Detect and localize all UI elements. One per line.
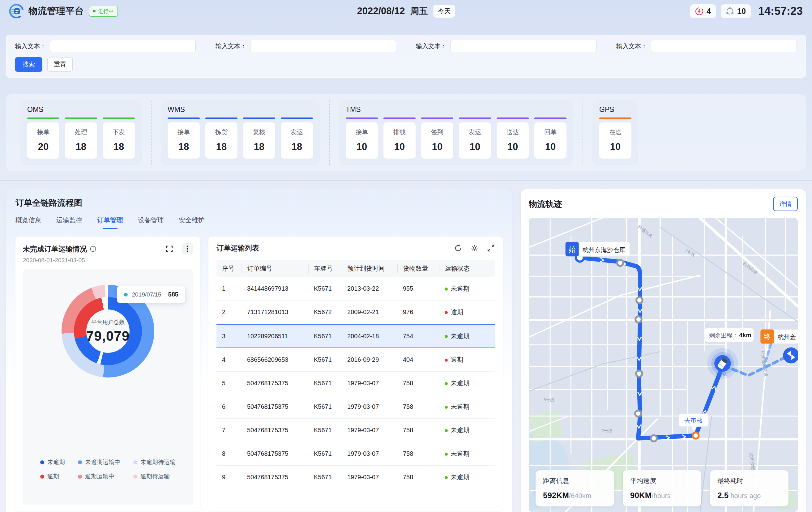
stat-label: 处理 (66, 128, 96, 137)
chart-legend: 未逾期未逾期运输中未逾期待运输逾期逾期运输中逾期待运输 (23, 458, 193, 480)
stat-box: 接单20 (27, 122, 59, 159)
search-button[interactable]: 搜索 (15, 57, 42, 72)
stat-box: 发运10 (459, 122, 491, 159)
table-row[interactable]: 7504768175375K56711979-03-07758未逾期 (216, 419, 495, 442)
sync-counter[interactable]: 10 (721, 4, 751, 18)
search-input[interactable] (50, 40, 196, 52)
more-options-button[interactable] (182, 243, 193, 254)
stat-accent-bar (103, 118, 135, 119)
map-stat-label: 平均速度 (630, 477, 694, 485)
reset-button[interactable]: 重置 (47, 57, 72, 72)
table-row[interactable]: 9504768175375K56711979-03-07758未逾期 (216, 465, 495, 489)
stat-card: 送达10 (497, 118, 529, 159)
settings-button[interactable] (471, 244, 478, 252)
status-dot-icon (445, 476, 448, 479)
legend-item-未逾期[interactable]: 未逾期 (40, 458, 65, 466)
detail-button[interactable]: 详情 (773, 197, 798, 211)
table-cell: 1979-03-07 (342, 474, 397, 481)
stat-box: 发运18 (281, 122, 313, 159)
chart-tooltip: 2019/07/15 585 (117, 286, 185, 303)
truck-marker[interactable] (707, 348, 738, 379)
legend-item-未逾期运输中[interactable]: 未逾期运输中 (78, 458, 120, 466)
stat-value: 18 (244, 141, 274, 152)
stat-accent-bar (383, 118, 415, 119)
review-marker[interactable] (693, 432, 699, 439)
table-row[interactable]: 3102289206511K56712004-02-18754未逾期 (216, 324, 495, 348)
waypoint-marker[interactable] (635, 316, 642, 323)
expand-button[interactable] (487, 244, 495, 252)
tab-概览信息[interactable]: 概览信息 (16, 216, 41, 229)
table-cell: 504768175375 (241, 474, 308, 481)
unfinished-orders-card: 未完成订单运输情况 (16, 237, 200, 511)
search-input[interactable] (451, 40, 597, 52)
table-row[interactable]: 6504768175375K56711979-03-07758未逾期 (216, 395, 495, 419)
table-cell: 754 (397, 333, 439, 340)
map[interactable]: 机场高速 机场高速 机场高速 7号线 5号线 2号线 1号线 杭州绕城高速 杭州… (529, 218, 798, 512)
table-row[interactable]: 5504768175375K56711979-03-07758未逾期 (216, 372, 495, 395)
table-row[interactable]: 2713171281013K56722009-02-21976逾期 (216, 301, 495, 324)
stat-label: 回单 (535, 128, 565, 137)
search-card: 输入文本：输入文本：输入文本：输入文本： 搜索 重置 (6, 35, 806, 78)
legend-item-未逾期待运输[interactable]: 未逾期待运输 (133, 458, 176, 466)
transport-status-cell: 未逾期 (439, 473, 495, 481)
stat-box: 处理18 (65, 122, 97, 159)
tab-运输监控[interactable]: 运输监控 (56, 216, 82, 229)
status-text: 未逾期 (451, 380, 469, 387)
header-date: 2022/08/12 (357, 6, 405, 17)
status-text: 未逾期 (451, 474, 469, 480)
table-row[interactable]: 8504768175375K56711979-03-07758未逾期 (216, 442, 495, 465)
waypoint-marker[interactable] (636, 371, 642, 377)
stat-label: 接单 (28, 128, 58, 137)
sync-icon (726, 7, 734, 16)
tab-安全维护[interactable]: 安全维护 (179, 216, 205, 229)
today-chip[interactable]: 今天 (434, 5, 455, 18)
search-input[interactable] (651, 40, 797, 52)
stat-label: 拣货 (207, 128, 236, 137)
sync-count: 10 (737, 7, 746, 16)
transport-status-cell: 未逾期 (439, 426, 495, 434)
stat-value: 18 (104, 141, 134, 152)
refresh-icon (454, 244, 462, 252)
status-text: 逾期 (451, 356, 463, 363)
legend-item-逾期待运输[interactable]: 逾期待运输 (133, 473, 176, 480)
refresh-button[interactable] (454, 244, 462, 252)
stat-card: 回单10 (534, 118, 567, 159)
tab-设备管理[interactable]: 设备管理 (138, 216, 164, 229)
map-svg: 机场高速 机场高速 机场高速 7号线 5号线 2号线 1号线 杭州绕城高速 杭州… (529, 218, 798, 512)
fullscreen-button[interactable] (166, 245, 173, 252)
waypoint-marker[interactable] (650, 435, 657, 442)
review-bubble-text: 去审核 (684, 417, 702, 424)
map-stat-main-value: 592KM (543, 491, 569, 500)
search-field-group: 输入文本： (15, 40, 196, 52)
search-input[interactable] (250, 40, 396, 52)
alert-counter[interactable]: 4 (690, 4, 716, 18)
map-stat-main-value: 2.5 (717, 491, 728, 500)
table-body: 1341448697913K56712013-03-22955未逾期271317… (216, 277, 495, 489)
stat-value: 10 (601, 141, 630, 152)
tab-订单管理[interactable]: 订单管理 (97, 216, 123, 229)
stat-card: 复核18 (243, 118, 275, 159)
waypoint-marker[interactable] (636, 297, 642, 303)
table-cell: 404 (397, 356, 439, 363)
table-cell: 341448697913 (241, 285, 308, 292)
legend-item-逾期运输中[interactable]: 逾期运输中 (78, 473, 120, 480)
status-text: 未逾期 (451, 403, 469, 410)
stat-card: 排线10 (383, 118, 415, 159)
stats-group-title: TMS (346, 106, 567, 114)
stat-box: 排线10 (383, 122, 415, 159)
info-icon[interactable] (90, 246, 96, 252)
table-cell: K5671 (308, 450, 342, 457)
search-field-group: 输入文本： (416, 40, 597, 52)
legend-item-逾期[interactable]: 逾期 (40, 473, 65, 480)
donut-center-value: 79,079 (86, 328, 130, 344)
stat-box: 拣货18 (205, 122, 237, 159)
stat-accent-bar (281, 118, 313, 119)
page-title: 物流管理平台 (28, 5, 84, 17)
legend-label: 未逾期待运输 (140, 458, 176, 466)
table-row[interactable]: 4686566209653K56712016-09-29404逾期 (216, 348, 495, 372)
map-stat-sub-value: /640km (569, 492, 591, 500)
table-row[interactable]: 1341448697913K56712013-03-22955未逾期 (216, 277, 495, 301)
stat-value: 18 (66, 141, 96, 152)
waypoint-marker[interactable] (617, 260, 624, 266)
waypoint-marker[interactable] (635, 411, 641, 417)
